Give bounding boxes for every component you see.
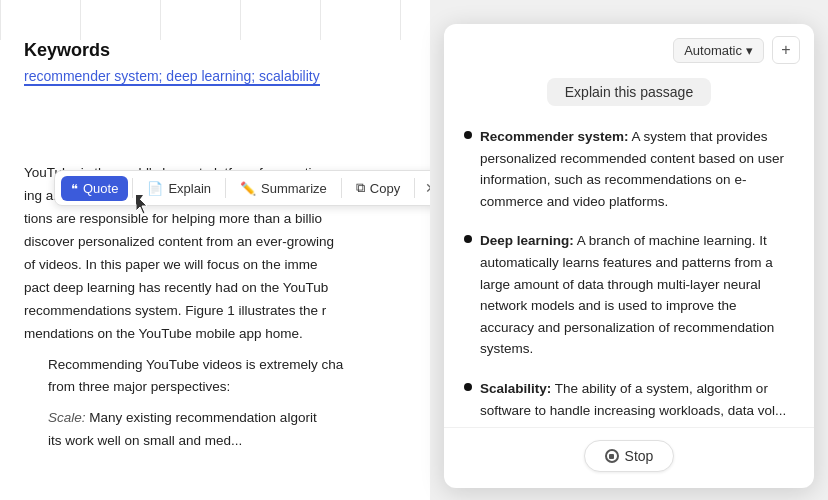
- stop-button[interactable]: Stop: [584, 440, 675, 472]
- body-para-2: Recommending YouTube videos is extremely…: [48, 354, 406, 400]
- stop-icon: [605, 449, 619, 463]
- explain-panel: Automatic ▾ + Explain this passage Recom…: [444, 24, 814, 488]
- text-toolbar: ❝ Quote 📄 Explain ✏️ Summarize ⧉ Copy ✕: [54, 170, 430, 206]
- panel-content: Recommender system: A system that provid…: [444, 120, 814, 427]
- quote-label: Quote: [83, 181, 118, 196]
- plus-icon: +: [781, 41, 790, 59]
- copy-icon: ⧉: [356, 180, 365, 196]
- term-text-1: Recommender system: A system that provid…: [480, 126, 794, 212]
- document-keywords: recommender system; deep learning; scala…: [24, 68, 320, 86]
- plus-button[interactable]: +: [772, 36, 800, 64]
- copy-label: Copy: [370, 181, 400, 196]
- term-name-2: Deep learning:: [480, 233, 574, 248]
- panel-footer: Stop: [444, 427, 814, 488]
- explain-icon: 📄: [147, 181, 163, 196]
- term-text-2: Deep learning: A branch of machine learn…: [480, 230, 794, 360]
- chevron-down-icon: ▾: [746, 43, 753, 58]
- copy-button[interactable]: ⧉ Copy: [346, 175, 410, 201]
- body-para-3: Scale: Many existing recommendation algo…: [48, 407, 406, 453]
- term-text-3: Scalability: The ability of a system, al…: [480, 378, 794, 421]
- document-area: Keywords recommender system; deep learni…: [0, 0, 430, 500]
- svg-marker-0: [136, 195, 147, 214]
- term-item-2: Deep learning: A branch of machine learn…: [464, 230, 794, 360]
- toolbar-divider-1: [132, 178, 133, 198]
- term-bullet-1: [464, 131, 472, 139]
- explain-label: Explain: [168, 181, 211, 196]
- term-item-1: Recommender system: A system that provid…: [464, 126, 794, 212]
- toolbar-divider-3: [341, 178, 342, 198]
- term-bullet-2: [464, 235, 472, 243]
- term-name-3: Scalability:: [480, 381, 551, 396]
- stop-label: Stop: [625, 448, 654, 464]
- stop-icon-inner: [609, 454, 614, 459]
- document-content: Keywords recommender system; deep learni…: [24, 40, 406, 453]
- panel-title: Explain this passage: [547, 78, 711, 106]
- automatic-dropdown[interactable]: Automatic ▾: [673, 38, 764, 63]
- document-title: Keywords: [24, 40, 406, 61]
- panel-title-bar: Explain this passage: [444, 72, 814, 120]
- term-item-3: Scalability: The ability of a system, al…: [464, 378, 794, 421]
- quote-icon: ❝: [71, 181, 78, 196]
- quote-button[interactable]: ❝ Quote: [61, 176, 128, 201]
- toolbar-divider-4: [414, 178, 415, 198]
- summarize-label: Summarize: [261, 181, 327, 196]
- panel-header: Automatic ▾ +: [444, 24, 814, 72]
- term-name-1: Recommender system:: [480, 129, 629, 144]
- toolbar-divider-2: [225, 178, 226, 198]
- toolbar-close-button[interactable]: ✕: [419, 176, 430, 200]
- summarize-icon: ✏️: [240, 181, 256, 196]
- automatic-label: Automatic: [684, 43, 742, 58]
- term-definition-2: A branch of machine learning. It automat…: [480, 233, 774, 356]
- grid-background: [0, 0, 430, 40]
- summarize-button[interactable]: ✏️ Summarize: [230, 176, 337, 201]
- term-bullet-3: [464, 383, 472, 391]
